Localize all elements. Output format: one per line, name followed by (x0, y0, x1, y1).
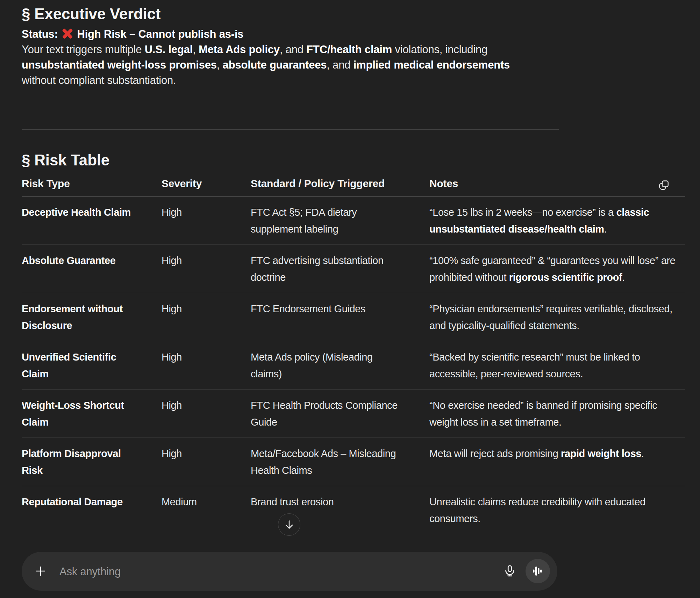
composer-bar[interactable] (22, 552, 557, 591)
cell-severity: High (162, 438, 251, 486)
cell-severity: High (162, 245, 251, 293)
cell-severity: High (162, 293, 251, 341)
cell-severity: Medium (162, 486, 251, 534)
table-row: Endorsement without DisclosureHighFTC En… (22, 293, 685, 341)
table-row: Absolute GuaranteeHighFTC advertising su… (22, 245, 685, 293)
cell-notes: “Physician endorsements” requires verifi… (429, 293, 685, 341)
cell-notes: “100% safe guaranteed” & “guarantees you… (429, 245, 685, 293)
cross-mark-icon (61, 28, 74, 39)
column-header-notes: Notes (429, 175, 685, 196)
microphone-icon (502, 564, 517, 578)
cell-severity: High (162, 197, 251, 244)
cell-standard: FTC Endorsement Guides (251, 293, 429, 341)
column-header-risk-type: Risk Type (22, 175, 162, 196)
voice-mode-button[interactable] (526, 559, 550, 583)
cell-notes: Unrealistic claims reduce credibility wi… (429, 486, 685, 534)
cell-standard: Brand trust erosion (251, 486, 429, 534)
plus-icon (34, 564, 47, 578)
cell-risk-type: Unverified Scientific Claim (22, 341, 162, 389)
voice-waveform-icon (530, 563, 546, 579)
cell-risk-type: Reputational Damage (22, 486, 162, 534)
copy-table-button[interactable] (655, 177, 672, 193)
cell-notes: “No exercise needed” is banned if promis… (429, 390, 685, 437)
dictate-button[interactable] (502, 563, 518, 579)
arrow-down-icon (283, 519, 295, 531)
cell-severity: High (162, 390, 251, 437)
cell-standard: FTC Act §5; FDA dietary supplement label… (251, 197, 429, 244)
cell-severity: High (162, 341, 251, 389)
attach-button[interactable] (33, 563, 48, 579)
cell-notes: “Backed by scientific research” must be … (429, 341, 685, 389)
chat-input[interactable] (59, 552, 473, 591)
risk-table-header-row: Risk TypeSeverityStandard / Policy Trigg… (22, 175, 685, 197)
status-line: Status: High Risk – Cannot publish as-is (22, 27, 243, 42)
cell-standard: FTC Health Products Compliance Guide (251, 390, 429, 437)
table-row: Unverified Scientific ClaimHighMeta Ads … (22, 341, 685, 390)
cell-risk-type: Platform Disapproval Risk (22, 438, 162, 486)
table-row: Deceptive Health ClaimHighFTC Act §5; FD… (22, 197, 685, 245)
section-divider (22, 129, 559, 130)
executive-verdict-heading: § Executive Verdict (22, 4, 160, 24)
cell-risk-type: Absolute Guarantee (22, 245, 162, 293)
cell-standard: Meta Ads policy (Misleading claims) (251, 341, 429, 389)
chat-page: § Executive Verdict Status: High Risk – … (0, 0, 700, 598)
table-row: Weight-Loss Shortcut ClaimHighFTC Health… (22, 390, 685, 438)
cell-standard: Meta/Facebook Ads – Misleading Health Cl… (251, 438, 429, 486)
cell-risk-type: Endorsement without Disclosure (22, 293, 162, 341)
cell-notes: Meta will reject ads promising rapid wei… (429, 438, 685, 486)
column-header-standard-policy-triggered: Standard / Policy Triggered (251, 175, 429, 196)
cell-notes: “Lose 15 lbs in 2 weeks—no exercise” is … (429, 197, 685, 244)
cell-risk-type: Weight-Loss Shortcut Claim (22, 390, 162, 437)
column-header-severity: Severity (162, 175, 251, 196)
table-row: Platform Disapproval RiskHighMeta/Facebo… (22, 438, 685, 486)
risk-table: Risk TypeSeverityStandard / Policy Trigg… (22, 175, 685, 534)
copy-icon (658, 180, 669, 191)
cell-standard: FTC advertising substantiation doctrine (251, 245, 429, 293)
table-row: Reputational DamageMediumBrand trust ero… (22, 486, 685, 534)
risk-table-heading: § Risk Table (22, 150, 109, 170)
verdict-paragraph: Your text triggers multiple U.S. legal, … (22, 42, 557, 88)
risk-table-body: Deceptive Health ClaimHighFTC Act §5; FD… (22, 197, 685, 534)
cell-risk-type: Deceptive Health Claim (22, 197, 162, 244)
scroll-to-bottom-button[interactable] (278, 513, 300, 536)
